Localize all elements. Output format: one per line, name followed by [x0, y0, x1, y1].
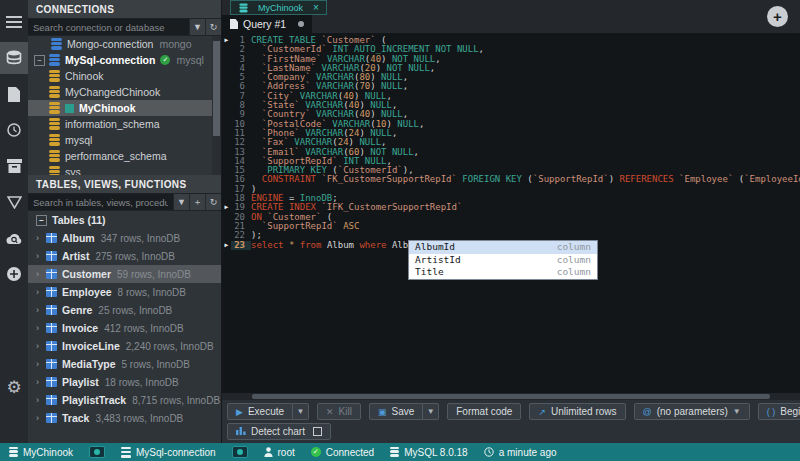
status-connection[interactable]: MySql-connection [121, 447, 215, 458]
save-dropdown-button[interactable]: ▼ [423, 403, 439, 420]
chevron-right-icon[interactable]: › [36, 395, 46, 405]
database-icon [49, 150, 60, 162]
table-row-mediatype[interactable]: ›MediaType5 rows, InnoDB [28, 355, 221, 373]
connection-item-information_schema[interactable]: information_schema [28, 116, 221, 132]
cloud-search-icon[interactable] [0, 222, 28, 254]
table-meta: 275 rows, InnoDB [95, 251, 175, 262]
menu-icon[interactable] [0, 6, 28, 38]
table-row-playlist[interactable]: ›Playlist18 rows, InnoDB [28, 373, 221, 391]
parameters-button[interactable]: @ (no parameters) ▼ [634, 403, 750, 420]
connection-item-mysql-connection[interactable]: −MySql-connection✓mysql [28, 52, 221, 68]
connection-item-performance_schema[interactable]: performance_schema [28, 148, 221, 164]
table-row-album[interactable]: ›Album347 rows, InnoDB [28, 229, 221, 247]
gutter-spacer [222, 120, 231, 129]
detect-chart-checkbox[interactable] [313, 427, 322, 436]
connection-item-chinook[interactable]: Chinook [28, 68, 221, 84]
connections-header: CONNECTIONS [28, 0, 221, 19]
table-row-invoice[interactable]: ›Invoice412 rows, InnoDB [28, 319, 221, 337]
horizontal-scrollbar[interactable] [222, 393, 800, 400]
autocomplete-item-albumid[interactable]: AlbumIdcolumn [409, 241, 597, 254]
filter-triangle-icon[interactable] [0, 186, 28, 218]
chevron-right-icon[interactable]: › [36, 323, 46, 333]
connection-item-mychangedchinook[interactable]: MyChangedChinook [28, 84, 221, 100]
table-row-playlisttrack[interactable]: ›PlaylistTrack8,715 rows, InnoDB [28, 391, 221, 409]
gutter-spacer [222, 101, 231, 110]
connection-color-badge[interactable] [232, 446, 248, 458]
scrollbar-thumb[interactable] [252, 394, 770, 399]
execute-button[interactable]: ▶ Execute [227, 403, 293, 420]
database-color-badge[interactable] [89, 446, 105, 458]
collapse-icon[interactable]: − [34, 55, 45, 66]
editor-line-21[interactable]: 21 `SupportRepId` ASC [222, 222, 800, 231]
tables-search-row: ▼ ＋ ↻ [28, 194, 221, 211]
table-row-track[interactable]: ›Track3,483 rows, InnoDB [28, 409, 221, 427]
chevron-right-icon[interactable]: › [36, 269, 46, 279]
begin-transaction-button[interactable]: ( ) Begin transaction [758, 403, 800, 420]
table-row-invoiceline[interactable]: ›InvoiceLine2,240 rows, InnoDB [28, 337, 221, 355]
history-icon[interactable] [0, 114, 28, 146]
status-database[interactable]: MyChinook [9, 447, 73, 458]
refresh-icon[interactable]: ↻ [205, 194, 221, 210]
chevron-right-icon[interactable]: › [36, 287, 46, 297]
table-name: PlaylistTrack [62, 394, 126, 406]
connection-item-mychinook[interactable]: MyChinook [28, 100, 221, 116]
scrollbar-thumb[interactable] [213, 41, 220, 136]
connection-item-mongo-connection[interactable]: Mongo-connectionmongo [28, 36, 221, 52]
mysql-version-icon [390, 447, 399, 458]
table-icon [46, 269, 57, 279]
filter-icon[interactable]: ▼ [173, 194, 189, 210]
table-icon [46, 377, 57, 387]
gutter-spacer [222, 129, 231, 138]
kill-button[interactable]: ✕ Kill [317, 403, 361, 420]
database-icon[interactable] [0, 42, 28, 74]
chevron-right-icon[interactable]: › [36, 251, 46, 261]
refresh-icon[interactable]: ↻ [205, 19, 221, 35]
table-row-employee[interactable]: ›Employee8 rows, InnoDB [28, 283, 221, 301]
connection-item-sys[interactable]: sys [28, 164, 221, 175]
database-group-tab[interactable]: MyChinook × [230, 0, 327, 15]
autocomplete-item-title[interactable]: Titlecolumn [409, 266, 597, 279]
add-circle-icon[interactable] [0, 258, 28, 290]
table-row-genre[interactable]: ›Genre25 rows, InnoDB [28, 301, 221, 319]
tables-group-row[interactable]: − Tables (11) [28, 211, 221, 229]
suggestion-kind: column [557, 254, 591, 267]
table-row-customer[interactable]: ›Customer59 rows, InnoDB [28, 265, 221, 283]
chevron-right-icon[interactable]: › [36, 377, 46, 387]
sql-editor[interactable]: ▶1CREATE TABLE `Customer` (2 `CustomerId… [222, 33, 800, 393]
table-row-artist[interactable]: ›Artist275 rows, InnoDB [28, 247, 221, 265]
gear-icon[interactable]: ⚙ [0, 371, 28, 403]
detect-chart-button[interactable]: Detect chart [227, 423, 331, 440]
tables-search-input[interactable] [28, 194, 173, 210]
tab-query-1[interactable]: Query #1 [222, 15, 312, 33]
chevron-right-icon[interactable]: › [36, 233, 46, 243]
new-tab-button[interactable]: + [767, 6, 788, 27]
add-icon[interactable]: ＋ [189, 194, 205, 210]
close-icon[interactable]: × [313, 2, 319, 13]
editor-line-16[interactable]: 16 CONSTRAINT `FK_CustomerSupportRepId` … [222, 175, 800, 184]
save-button[interactable]: ▣ Save [369, 403, 423, 420]
gutter-spacer [222, 45, 231, 54]
left-icon-bar: ⚙ [0, 0, 28, 443]
connections-scrollbar[interactable] [212, 36, 221, 175]
chevron-right-icon[interactable]: › [36, 359, 46, 369]
connection-item-mysql[interactable]: mysql [28, 132, 221, 148]
side-panel: CONNECTIONS ▼ ↻ Mongo-connectionmongo−My… [28, 0, 222, 443]
archive-icon[interactable] [0, 150, 28, 182]
connection-label: MyChinook [79, 102, 136, 114]
line-number: 23 [231, 241, 251, 250]
table-name: MediaType [62, 358, 115, 370]
execute-dropdown-button[interactable]: ▼ [293, 403, 309, 420]
format-code-button[interactable]: Format code [447, 403, 521, 420]
suggestion-label: ArtistId [415, 254, 461, 267]
statement-play-icon: ▶ [222, 241, 231, 250]
file-icon[interactable] [0, 78, 28, 110]
collapse-icon[interactable]: − [36, 215, 47, 226]
chevron-right-icon[interactable]: › [36, 413, 46, 423]
chevron-right-icon[interactable]: › [36, 305, 46, 315]
connections-search-input[interactable] [28, 19, 189, 35]
filter-icon[interactable]: ▼ [189, 19, 205, 35]
current-database-icon [65, 104, 74, 113]
chevron-right-icon[interactable]: › [36, 341, 46, 351]
autocomplete-item-artistid[interactable]: ArtistIdcolumn [409, 254, 597, 267]
unlimited-rows-button[interactable]: ↗ Unlimited rows [529, 403, 625, 420]
